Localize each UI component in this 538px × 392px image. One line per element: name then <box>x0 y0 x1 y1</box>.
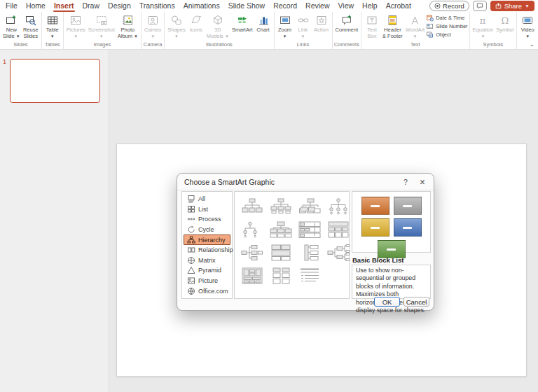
layout-name-label: Basic Block List <box>352 256 404 264</box>
button-label: Screenshot▼ <box>88 27 115 39</box>
zoom-button[interactable]: Zoom▼ <box>276 13 294 39</box>
category-office-com[interactable]: Office.com <box>184 286 230 296</box>
layout-thumbnail-table-hierarchy[interactable] <box>326 220 350 239</box>
shapes-button: Shapes▼ <box>166 13 186 39</box>
category-pyramid[interactable]: Pyramid <box>184 265 230 276</box>
new-slide-button[interactable]: NewSlide ▼ <box>1 13 22 39</box>
list-icon <box>187 205 195 214</box>
menu-tab-help[interactable]: Help <box>358 0 382 12</box>
category-picture[interactable]: Picture <box>184 276 230 286</box>
dialog-help-button[interactable]: ? <box>400 178 411 186</box>
date-time-button[interactable]: Date & Time <box>426 14 467 22</box>
matrix-icon <box>187 256 195 265</box>
layout-thumbnail-half-circle-organization-chart[interactable] <box>326 197 350 216</box>
group-label-media: Media <box>518 41 538 49</box>
menu-tab-slide-show[interactable]: Slide Show <box>224 0 270 12</box>
layout-thumbnail-organization-chart[interactable] <box>240 197 264 216</box>
button-label: Object <box>436 31 451 38</box>
layout-thumbnail-horizontal-organization-chart[interactable] <box>240 243 264 262</box>
header-footer-button[interactable]: Header& Footer <box>381 13 404 39</box>
layout-thumbnail-horizontal-hierarchy-bracket[interactable] <box>298 243 322 262</box>
preview-block-yellow <box>361 218 389 237</box>
menu-tab-view[interactable]: View <box>333 0 358 12</box>
ribbon: NewSlide ▼ReuseSlidesSlidesTable▼TablesP… <box>0 12 538 50</box>
button-label: WordArt▼ <box>406 27 425 39</box>
dialog-close-button[interactable]: ✕ <box>417 178 428 186</box>
slide-number-label: 1 <box>3 58 6 65</box>
layout-gallery-panel <box>234 191 350 299</box>
record-button[interactable]: Record <box>429 1 469 11</box>
layout-thumbnail-hierarchy[interactable] <box>269 220 293 239</box>
menu-tab-animations[interactable]: Animations <box>179 0 224 12</box>
layout-thumbnail-name-title-organization-chart[interactable] <box>269 197 293 216</box>
layout-thumbnail-horizontal-labeled-hierarchy[interactable] <box>326 243 350 262</box>
share-label: Share <box>504 2 522 10</box>
zoom-icon <box>277 13 293 27</box>
menu-tab-insert[interactable]: Insert <box>50 0 78 12</box>
screenshot-icon <box>94 13 109 27</box>
layout-description: Use to show non-sequential or grouped bl… <box>352 265 431 299</box>
button-label: SmartArt <box>232 27 253 33</box>
category-matrix[interactable]: Matrix <box>184 255 230 266</box>
ok-button[interactable]: OK <box>374 297 400 307</box>
layout-thumbnail-stacked-organization-chart[interactable] <box>298 197 322 216</box>
titlebar-controls: Record Share ▼ <box>429 1 534 11</box>
group-label-images: Images <box>65 41 139 49</box>
action-button: Action <box>312 13 331 33</box>
table-button[interactable]: Table▼ <box>43 13 62 39</box>
category-hierarchy[interactable]: Hierarchy <box>184 234 230 245</box>
share-dropdown-caret: ▼ <box>525 4 530 8</box>
slide-number-button[interactable]: Slide Number <box>426 22 467 30</box>
category-process[interactable]: Process <box>184 214 230 225</box>
ribbon-group-camera: Cameo▼Camera <box>142 12 165 49</box>
menu-tab-design[interactable]: Design <box>104 0 135 12</box>
comment-bubble-icon <box>476 3 483 9</box>
menu-tab-record[interactable]: Record <box>269 0 301 12</box>
category-list[interactable]: List <box>184 204 230 215</box>
layout-thumbnail-labeled-hierarchy[interactable] <box>298 220 322 239</box>
layout-thumbnail-block-hierarchy[interactable] <box>269 243 293 262</box>
category-all[interactable]: All <box>184 194 230 204</box>
record-label: Record <box>443 2 464 10</box>
category-cycle[interactable]: Cycle <box>184 225 230 235</box>
layout-thumbnail-hierarchy-list[interactable] <box>298 266 322 285</box>
button-label: Zoom▼ <box>278 27 291 39</box>
wordart-button: WordArt▼ <box>404 13 426 39</box>
symbol-icon: Ω <box>497 13 513 27</box>
chart-button[interactable]: Chart <box>254 13 273 33</box>
screenshot-button: Screenshot▼ <box>87 13 116 39</box>
relationship-icon <box>187 246 195 254</box>
video-button[interactable]: Video▼ <box>518 13 537 39</box>
category-label: Matrix <box>198 257 216 264</box>
comment-button[interactable]: Comment <box>334 13 360 33</box>
category-relationship[interactable]: Relationship <box>184 245 230 255</box>
ribbon-group-text: TextBoxHeader& FooterWordArt▼Date & Time… <box>361 12 470 49</box>
picture-icon <box>187 276 195 285</box>
menu-tab-home[interactable]: Home <box>22 0 50 12</box>
ribbon-group-comments: CommentComments <box>333 12 362 49</box>
link-icon <box>296 13 311 27</box>
category-list: AllListProcessCycleHierarchyRelationship… <box>181 191 233 299</box>
collapse-ribbon-chevron-icon[interactable]: ⌄ <box>529 41 534 48</box>
cycle-icon <box>187 225 195 234</box>
object-button[interactable]: Object <box>426 31 467 38</box>
menu-tab-review[interactable]: Review <box>301 0 333 12</box>
smartart-button[interactable]: SmartArt <box>230 13 254 33</box>
menu-tab-draw[interactable]: Draw <box>78 0 104 12</box>
button-label: Equation▼ <box>473 27 494 39</box>
all-icon <box>187 195 195 203</box>
share-button[interactable]: Share ▼ <box>490 1 534 11</box>
ribbon-group-images: Pictures▼Screenshot▼PhotoAlbum ▼Images <box>64 12 142 49</box>
menu-tab-transitions[interactable]: Transitions <box>135 0 179 12</box>
menu-tab-file[interactable]: File <box>1 0 22 12</box>
category-label: All <box>198 195 205 202</box>
feedback-button[interactable] <box>473 1 487 11</box>
layout-thumbnail-column-hierarchy[interactable] <box>269 266 293 285</box>
layout-thumbnail-architecture-layout[interactable] <box>240 266 264 285</box>
photo-album-button[interactable]: PhotoAlbum ▼ <box>116 13 139 39</box>
layout-thumbnail-circle-hierarchy[interactable] <box>240 220 264 239</box>
slide-1-thumbnail[interactable] <box>10 59 100 103</box>
reuse-slides-button[interactable]: ReuseSlides <box>22 13 40 39</box>
cancel-button[interactable]: Cancel <box>404 297 429 307</box>
menu-tab-acrobat[interactable]: Acrobat <box>382 0 415 12</box>
